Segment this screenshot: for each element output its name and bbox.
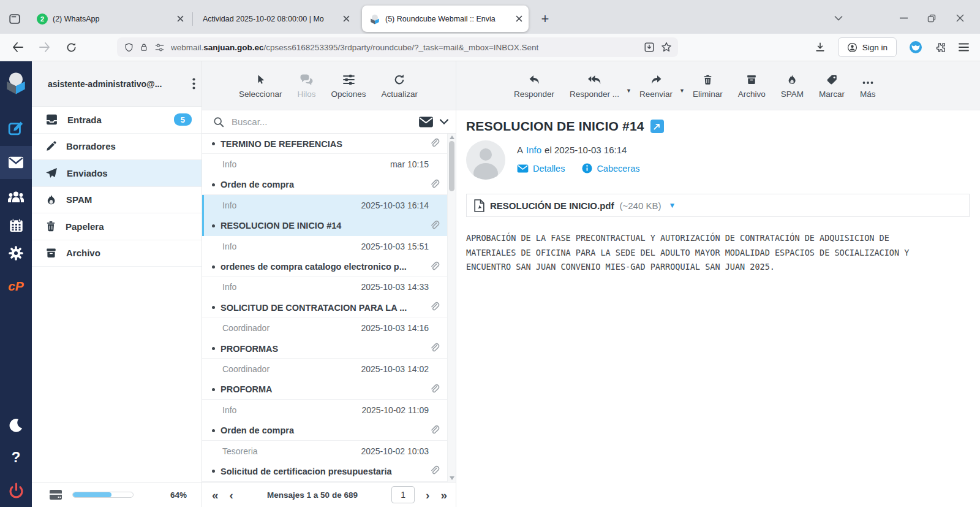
shield-icon[interactable] (124, 42, 134, 53)
mail-nav-button[interactable] (0, 146, 32, 179)
spam-button[interactable]: SPAM (781, 72, 804, 99)
close-window-button[interactable] (946, 6, 974, 31)
list-all-tabs-button[interactable] (824, 6, 853, 31)
dark-mode-button[interactable] (0, 411, 32, 440)
tab-close-icon[interactable] (177, 15, 184, 22)
message-list-item[interactable]: Info 2025-10-03 15:51 ordenes de compra … (202, 236, 447, 277)
calendar-nav-button[interactable] (0, 211, 32, 239)
page-number-input[interactable] (391, 486, 415, 503)
unread-dot-icon (212, 306, 215, 309)
trash-icon (45, 220, 56, 232)
bookmark-star-icon[interactable] (661, 42, 672, 53)
message-list-item[interactable]: Info mar 10:15 Orden de compra (202, 154, 447, 195)
downloads-icon[interactable] (815, 42, 826, 53)
tab-label: (5) Roundcube Webmail :: Envia (385, 15, 511, 23)
forward-button[interactable]: Reenviar (639, 72, 673, 99)
message-list-item[interactable]: TERMINO DE REFERENCIAS (202, 134, 447, 154)
message-sender: Info (222, 159, 236, 169)
tab-actividad[interactable]: Actividad 2025-10-02 08:00:00 | Mo (195, 6, 356, 32)
compose-button[interactable] (0, 114, 32, 142)
forward-button[interactable] (39, 42, 50, 52)
prev-page-button[interactable]: ‹ (230, 489, 233, 501)
reply-button[interactable]: Responder (514, 72, 554, 99)
select-button[interactable]: Seleccionar (239, 72, 282, 99)
recipient-link[interactable]: Info (526, 145, 541, 155)
message-date: mar 10:15 (390, 159, 429, 169)
scroll-down-arrow[interactable] (450, 476, 454, 480)
tab-label: (2) WhatsApp (53, 15, 172, 23)
signin-button[interactable]: Sign in (838, 37, 897, 57)
last-page-button[interactable]: » (440, 489, 447, 501)
browser-tab-bar: 2 (2) WhatsApp Actividad 2025-10-02 08:0… (0, 0, 980, 34)
forward-menu-caret[interactable]: ▼ (679, 88, 685, 94)
scroll-up-arrow[interactable] (450, 135, 454, 139)
firefox-view-button[interactable] (0, 6, 29, 32)
options-button[interactable]: Opciones (331, 72, 366, 99)
tab-roundcube-active[interactable]: (5) Roundcube Webmail :: Envia (362, 6, 529, 32)
save-page-icon[interactable] (644, 42, 655, 53)
help-button[interactable]: ? (0, 443, 32, 471)
archive-button[interactable]: Archivo (738, 72, 766, 99)
refresh-icon (393, 72, 405, 86)
threads-button[interactable]: Hilos (298, 72, 316, 99)
quota-widget: 64% (32, 482, 202, 507)
tab-close-icon[interactable] (516, 15, 522, 22)
folder-spam[interactable]: SPAM (32, 187, 202, 214)
account-menu-kebab-icon[interactable] (192, 78, 195, 90)
reply-all-button[interactable]: Responder ... (570, 72, 619, 99)
open-in-new-window-icon[interactable] (650, 120, 664, 133)
message-list-item[interactable]: Coordinador 2025-10-03 14:16 PROFORMAS (202, 318, 447, 359)
next-page-button[interactable]: › (426, 489, 429, 501)
list-scrollbar[interactable] (447, 134, 456, 482)
minimize-button[interactable] (889, 6, 918, 31)
search-options-chevron-icon[interactable] (440, 119, 448, 124)
headers-toggle[interactable]: Cabeceras (582, 163, 639, 173)
attachment-menu-caret[interactable]: ▼ (668, 201, 676, 210)
message-list-item[interactable]: Tesoreria 2025-10-02 10:03 Solicitud de … (202, 441, 447, 482)
settings-nav-button[interactable] (0, 239, 32, 267)
folder-papelera[interactable]: Papelera (32, 213, 202, 240)
firefox-account-icon[interactable] (909, 40, 922, 54)
extensions-puzzle-icon[interactable] (935, 42, 946, 53)
menu-hamburger-icon[interactable] (959, 43, 969, 51)
attachment-name[interactable]: RESOLUCIÓN DE INICIO.pdf (490, 200, 614, 211)
mail-icon (8, 156, 24, 169)
mark-button[interactable]: Marcar (819, 72, 845, 99)
message-list-item[interactable]: Coordinador 2025-10-03 14:02 PROFORMA (202, 359, 447, 400)
new-tab-button[interactable]: + (535, 9, 556, 29)
reply-all-menu-caret[interactable]: ▼ (626, 88, 631, 94)
folder-archivo[interactable]: Archivo (32, 240, 202, 267)
folder-borradores[interactable]: Borradores (32, 134, 202, 161)
message-toolbar: Responder Responder ... ▼ Reenviar ▼ (456, 61, 980, 110)
refresh-button[interactable]: Actualizar (382, 72, 418, 99)
details-toggle[interactable]: Detalles (517, 164, 565, 173)
first-page-button[interactable]: « (212, 489, 219, 501)
attachment-row[interactable]: RESOLUCIÓN DE INICIO.pdf (~240 KB) ▼ (466, 194, 970, 217)
more-button[interactable]: Más (860, 72, 876, 99)
unread-dot-icon (212, 224, 215, 227)
tab-whatsapp[interactable]: 2 (2) WhatsApp (29, 6, 190, 32)
delete-button[interactable]: Eliminar (693, 72, 723, 99)
permissions-icon[interactable] (154, 43, 165, 52)
folder-enviados-selected[interactable]: Enviados (32, 160, 202, 187)
message-list-item[interactable]: Info 2025-10-03 14:33 SOLICITUD DE CONTR… (202, 277, 447, 318)
lock-icon[interactable] (140, 42, 148, 52)
logout-button[interactable] (0, 476, 32, 505)
folder-entrada[interactable]: Entrada 5 (32, 107, 202, 134)
scrollbar-thumb[interactable] (449, 141, 454, 191)
message-list-panel: Seleccionar Hilos Opciones (202, 61, 456, 507)
recipient-line: A Info el 2025-10-03 16:14 (517, 145, 640, 155)
tab-close-icon[interactable] (343, 15, 350, 22)
message-list-item[interactable]: Info 2025-10-02 11:09 Orden de compra (202, 400, 447, 441)
message-sender: Tesoreria (222, 446, 258, 456)
contacts-nav-button[interactable] (0, 183, 32, 211)
message-list-item[interactable]: Info 2025-10-03 16:14 RESOLUCION DE INIC… (202, 195, 447, 236)
reload-button[interactable] (66, 42, 77, 53)
restore-button[interactable] (918, 6, 946, 31)
search-scope-mail-icon[interactable] (418, 116, 434, 128)
attachment-paperclip-icon (429, 425, 440, 436)
search-input[interactable] (230, 116, 412, 128)
url-bar[interactable]: webmail.sanjuan.gob.ec/cpsess6168253395/… (117, 37, 678, 57)
back-button[interactable] (12, 42, 23, 52)
cpanel-button[interactable]: cP (0, 272, 32, 300)
